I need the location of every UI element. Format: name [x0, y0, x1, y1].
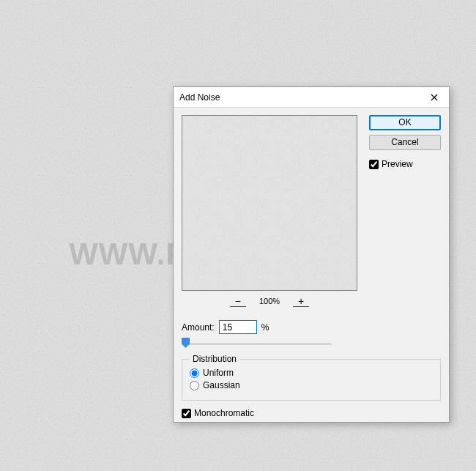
preview-thumbnail[interactable] [182, 115, 357, 291]
distribution-legend: Distribution [190, 354, 239, 364]
uniform-radio-row[interactable]: Uniform [190, 368, 433, 378]
uniform-label: Uniform [203, 368, 234, 378]
preview-column: − 100% + [182, 115, 357, 307]
preview-checkbox-row[interactable]: Preview [369, 159, 441, 169]
amount-label: Amount: [182, 322, 215, 333]
slider-thumb[interactable] [182, 338, 190, 348]
canvas-background: WWW.PSD-DUDE.com Add Noise − 100% + [0, 0, 476, 471]
distribution-fieldset: Distribution Uniform Gaussian [182, 359, 441, 401]
add-noise-dialog: Add Noise − 100% + OK [173, 86, 450, 423]
close-button[interactable] [420, 87, 449, 108]
gaussian-radio[interactable] [190, 381, 199, 390]
uniform-radio[interactable] [190, 368, 199, 378]
zoom-value: 100% [259, 297, 280, 305]
monochromatic-checkbox[interactable] [182, 409, 191, 418]
amount-row: Amount: % [182, 320, 441, 334]
gaussian-label: Gaussian [203, 380, 240, 390]
dialog-content: − 100% + OK Cancel Preview Amount: [174, 108, 449, 426]
ok-button[interactable]: OK [369, 115, 441, 130]
zoom-controls: − 100% + [182, 295, 357, 307]
gaussian-radio-row[interactable]: Gaussian [190, 380, 433, 390]
dialog-title: Add Noise [179, 92, 420, 103]
monochromatic-row[interactable]: Monochromatic [182, 408, 441, 418]
preview-checkbox[interactable] [369, 160, 379, 169]
zoom-out-button[interactable]: − [230, 295, 246, 307]
monochromatic-label: Monochromatic [194, 408, 254, 418]
preview-noise [182, 116, 357, 290]
zoom-in-button[interactable]: + [293, 295, 309, 307]
amount-input[interactable] [219, 320, 257, 334]
preview-checkbox-label: Preview [382, 159, 413, 169]
close-icon [431, 94, 438, 101]
dialog-side-buttons: OK Cancel Preview [357, 115, 441, 169]
slider-track [182, 343, 332, 345]
dialog-titlebar[interactable]: Add Noise [174, 87, 449, 108]
cancel-button[interactable]: Cancel [369, 135, 441, 150]
amount-suffix: % [261, 322, 269, 333]
amount-slider[interactable] [182, 337, 332, 350]
